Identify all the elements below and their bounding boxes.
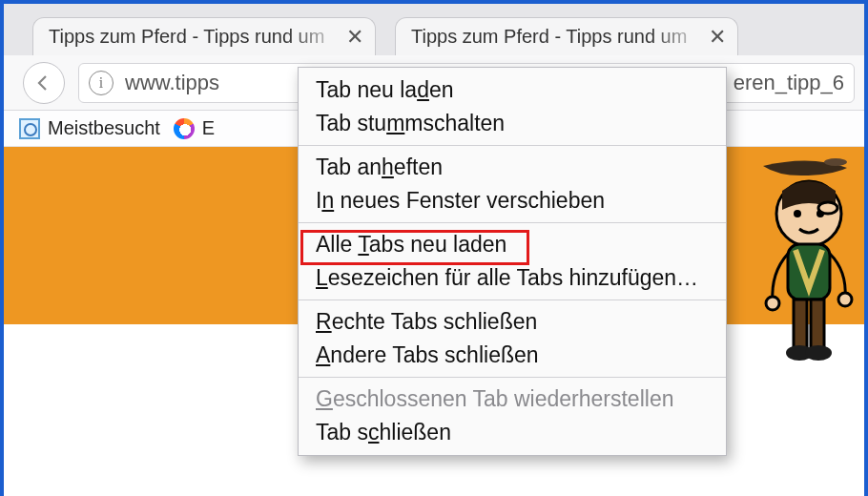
tab-2[interactable]: Tipps zum Pferd - Tipps rund um ✕: [395, 17, 738, 55]
context-menu-item[interactable]: In neues Fenster verschieben: [299, 184, 726, 217]
context-menu-item[interactable]: Lesezeichen für alle Tabs hinzufügen…: [299, 261, 726, 295]
context-menu-separator: [299, 377, 726, 378]
tab-1[interactable]: Tipps zum Pferd - Tipps rund um ✕: [32, 17, 376, 55]
back-button[interactable]: [23, 62, 65, 104]
tab-context-menu: Tab neu ladenTab stummschaltenTab anheft…: [298, 67, 727, 456]
svg-point-2: [794, 210, 801, 217]
svg-point-4: [818, 202, 837, 214]
tab-overflow: [757, 17, 786, 55]
bookmark-label: E: [202, 117, 215, 139]
context-menu-item[interactable]: Tab stummschalten: [299, 107, 726, 140]
context-menu-separator: [299, 222, 726, 223]
svg-point-11: [838, 293, 852, 306]
most-visited-icon: [19, 118, 40, 139]
context-menu-item[interactable]: Tab anheften: [299, 151, 726, 184]
bookmark-most-visited[interactable]: Meistbesucht: [19, 117, 160, 139]
svg-point-0: [824, 158, 847, 166]
url-text: www.tipps: [125, 71, 219, 95]
mascot-illustration: [744, 158, 858, 368]
svg-rect-6: [794, 300, 807, 349]
svg-point-10: [766, 297, 779, 310]
context-menu-separator: [299, 145, 726, 146]
tab-strip: Tipps zum Pferd - Tipps rund um ✕ Tipps …: [4, 4, 864, 55]
bookmark-label: Meistbesucht: [48, 117, 160, 139]
context-menu-item[interactable]: Andere Tabs schließen: [299, 339, 726, 372]
close-icon[interactable]: ✕: [344, 25, 365, 50]
svg-point-9: [805, 345, 832, 361]
bookmark-item[interactable]: E: [174, 117, 215, 139]
context-menu-item[interactable]: Rechte Tabs schließen: [299, 305, 726, 339]
firefox-icon: [174, 118, 195, 139]
context-menu-item[interactable]: Tab schließen: [299, 416, 726, 449]
context-menu-item[interactable]: Tab neu laden: [299, 73, 726, 107]
svg-rect-7: [811, 300, 824, 349]
close-icon[interactable]: ✕: [707, 25, 728, 50]
context-menu-item[interactable]: Alle Tabs neu laden: [299, 228, 726, 261]
browser-window: Tipps zum Pferd - Tipps rund um ✕ Tipps …: [0, 0, 868, 496]
context-menu-item: Geschlossenen Tab wiederherstellen: [299, 382, 726, 416]
context-menu-separator: [299, 300, 726, 300]
site-identity-icon[interactable]: i: [89, 71, 114, 95]
url-text: eren_tipp_6: [734, 71, 844, 95]
arrow-left-icon: [32, 72, 55, 94]
